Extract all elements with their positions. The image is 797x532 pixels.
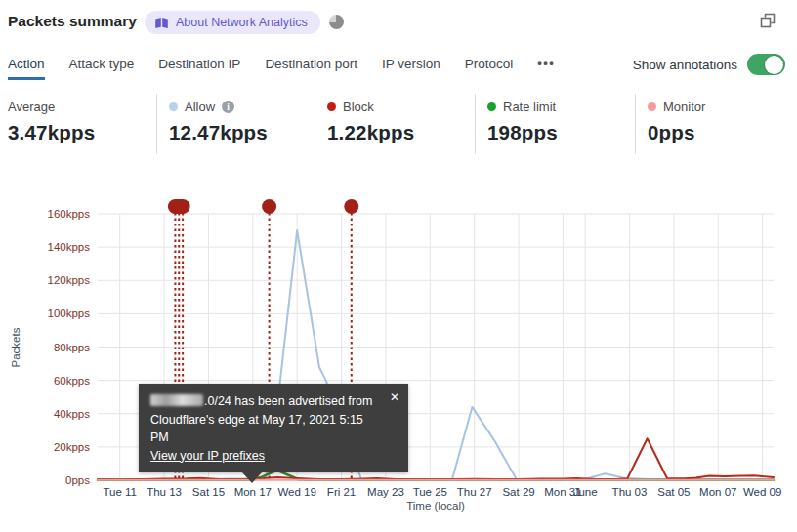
about-network-analytics-badge[interactable]: About Network Analytics: [145, 11, 320, 34]
tooltip-close-icon[interactable]: ✕: [390, 389, 399, 407]
tab-bar: Action Attack type Destination IP Destin…: [8, 47, 785, 82]
stat-allow[interactable]: Allow i 12.47kpps: [156, 94, 315, 154]
stat-block[interactable]: Block 1.22kpps: [315, 94, 475, 154]
annotation-marker: [262, 199, 276, 214]
annotation-marker: [168, 199, 190, 214]
tab-destination-port[interactable]: Destination port: [265, 49, 357, 80]
tab-attack-type[interactable]: Attack type: [69, 49, 135, 80]
annotations-control: Show annotations: [633, 54, 785, 75]
info-icon[interactable]: i: [222, 101, 234, 113]
restore-window-icon[interactable]: [758, 11, 777, 30]
x-tick-label: June: [573, 486, 598, 498]
tooltip-line1-text: .0/24 has been advertised from: [204, 394, 372, 408]
stat-value: 3.47kpps: [8, 121, 156, 144]
y-tick-label: 40kpps: [54, 408, 90, 420]
pie-progress-icon[interactable]: [329, 15, 344, 29]
x-tick-label: Tue 11: [103, 486, 137, 498]
page-title: Packets summary: [8, 13, 137, 30]
stat-value: 0pps: [648, 121, 789, 144]
y-tick-label: 20kpps: [54, 441, 90, 453]
y-tick-label: 120kpps: [48, 274, 91, 286]
stat-label: Monitor: [663, 100, 705, 114]
redacted-ip-prefix: [150, 394, 203, 406]
stat-label: Allow: [185, 100, 215, 114]
x-tick-label: Mon 07: [699, 486, 736, 498]
x-tick-label: Tue 25: [413, 486, 447, 498]
monitor-dot-icon: [648, 102, 656, 111]
stat-monitor[interactable]: Monitor 0pps: [635, 94, 789, 154]
y-tick-label: 160kpps: [48, 208, 91, 220]
x-tick-label: Mon 17: [234, 486, 272, 498]
rate-limit-dot-icon: [487, 102, 496, 111]
tooltip-line2: Cloudflare's edge at May 17, 2021 5:15 P…: [150, 411, 383, 447]
stat-label: Average: [8, 100, 55, 114]
tooltip-line1: .0/24 has been advertised from: [150, 392, 383, 411]
header: Packets summary About Network Analytics: [0, 0, 797, 47]
badge-label: About Network Analytics: [176, 16, 308, 29]
stat-rate-limit[interactable]: Rate limit 198pps: [475, 94, 635, 154]
tabs: Action Attack type Destination IP Destin…: [8, 48, 555, 82]
tab-ip-version[interactable]: IP version: [382, 49, 440, 80]
x-tick-label: Wed 09: [743, 486, 781, 498]
tab-action[interactable]: Action: [8, 49, 45, 80]
stat-value: 1.22kpps: [327, 121, 475, 144]
book-icon: [154, 17, 169, 29]
x-tick-label: Sat 05: [657, 486, 690, 498]
tab-destination-ip[interactable]: Destination IP: [158, 49, 240, 80]
stat-average: Average 3.47kpps: [8, 94, 156, 154]
stat-label: Block: [343, 100, 374, 114]
x-tick-label: May 23: [367, 486, 404, 498]
tab-protocol[interactable]: Protocol: [465, 49, 514, 80]
y-tick-label: 80kpps: [54, 342, 90, 353]
y-axis-title: Packets: [10, 327, 21, 367]
x-tick-label: Thu 03: [612, 486, 648, 498]
y-tick-label: 0pps: [65, 474, 90, 486]
stat-label: Rate limit: [503, 100, 556, 114]
x-tick-label: Wed 19: [277, 486, 315, 498]
annotation-tooltip: ✕ .0/24 has been advertised from Cloudfl…: [139, 384, 408, 472]
view-ip-prefixes-link[interactable]: View your IP prefixes: [150, 449, 265, 463]
x-tick-label: Sat 29: [502, 486, 534, 498]
tooltip-caret: [241, 471, 263, 483]
x-axis-title: Time (local): [406, 500, 465, 512]
packets-chart: 0pps20kpps40kpps60kpps80kpps100kpps120kp…: [0, 185, 797, 532]
network-analytics-panel: Packets summary About Network Analytics …: [0, 0, 797, 532]
tabs-more-button[interactable]: •••: [537, 48, 555, 82]
annotation-marker: [344, 199, 358, 214]
chart-canvas: 0pps20kpps40kpps60kpps80kpps100kpps120kp…: [0, 185, 797, 532]
stat-value: 198pps: [487, 121, 635, 144]
block-dot-icon: [327, 102, 336, 111]
y-tick-label: 140kpps: [48, 241, 91, 253]
show-annotations-label: Show annotations: [633, 58, 737, 72]
y-tick-label: 100kpps: [48, 307, 91, 319]
x-tick-label: Thu 27: [457, 486, 492, 498]
stats-row: Average 3.47kpps Allow i 12.47kpps Block…: [8, 94, 797, 154]
x-tick-label: Fri 21: [327, 486, 356, 498]
x-tick-label: Sat 15: [192, 486, 225, 498]
allow-dot-icon: [169, 102, 178, 111]
toggle-knob: [765, 56, 783, 74]
stat-value: 12.47kpps: [169, 121, 315, 144]
show-annotations-toggle[interactable]: [747, 54, 785, 75]
x-tick-label: Thu 13: [147, 486, 182, 498]
y-tick-label: 60kpps: [54, 375, 90, 387]
